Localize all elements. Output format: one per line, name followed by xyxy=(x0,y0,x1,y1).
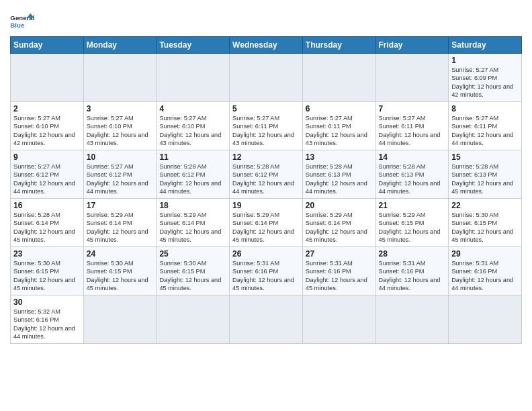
calendar-cell: 24Sunrise: 5:30 AM Sunset: 6:15 PM Dayli… xyxy=(83,247,157,295)
day-info: Sunrise: 5:28 AM Sunset: 6:13 PM Dayligh… xyxy=(306,163,373,196)
calendar-cell xyxy=(83,295,157,344)
day-number: 17 xyxy=(87,201,154,210)
calendar-cell xyxy=(375,295,449,344)
calendar-cell: 12Sunrise: 5:28 AM Sunset: 6:12 PM Dayli… xyxy=(230,150,303,199)
day-info: Sunrise: 5:30 AM Sunset: 6:15 PM Dayligh… xyxy=(87,259,154,293)
day-info: Sunrise: 5:28 AM Sunset: 6:14 PM Dayligh… xyxy=(13,211,81,244)
calendar-cell: 5Sunrise: 5:27 AM Sunset: 6:11 PM Daylig… xyxy=(230,102,303,150)
calendar-cell: 30Sunrise: 5:32 AM Sunset: 6:16 PM Dayli… xyxy=(11,295,84,344)
day-number: 25 xyxy=(159,249,226,259)
weekday-header-sunday: Sunday xyxy=(11,37,84,54)
calendar-cell: 28Sunrise: 5:31 AM Sunset: 6:16 PM Dayli… xyxy=(375,247,449,295)
day-info: Sunrise: 5:31 AM Sunset: 6:16 PM Dayligh… xyxy=(306,259,373,293)
calendar-cell: 29Sunrise: 5:31 AM Sunset: 6:16 PM Dayli… xyxy=(449,247,522,295)
weekday-header-friday: Friday xyxy=(375,37,449,54)
day-number: 20 xyxy=(306,201,373,210)
day-number: 16 xyxy=(13,201,81,210)
calendar-cell xyxy=(230,54,303,102)
day-number: 6 xyxy=(306,104,373,113)
weekday-header-thursday: Thursday xyxy=(302,37,375,54)
day-number: 19 xyxy=(232,201,300,210)
calendar-cell: 15Sunrise: 5:28 AM Sunset: 6:13 PM Dayli… xyxy=(449,150,522,199)
calendar-cell: 18Sunrise: 5:29 AM Sunset: 6:14 PM Dayli… xyxy=(157,199,230,247)
calendar-cell: 27Sunrise: 5:31 AM Sunset: 6:16 PM Dayli… xyxy=(302,247,375,295)
calendar-cell xyxy=(11,54,84,102)
day-number: 12 xyxy=(232,152,300,162)
calendar-cell: 3Sunrise: 5:27 AM Sunset: 6:10 PM Daylig… xyxy=(83,102,157,150)
logo: General Blue xyxy=(10,12,34,32)
day-number: 29 xyxy=(451,249,519,259)
day-info: Sunrise: 5:27 AM Sunset: 6:11 PM Dayligh… xyxy=(306,114,373,148)
calendar-table: SundayMondayTuesdayWednesdayThursdayFrid… xyxy=(10,36,522,344)
day-number: 27 xyxy=(306,249,373,259)
day-info: Sunrise: 5:27 AM Sunset: 6:10 PM Dayligh… xyxy=(13,114,81,148)
generalblue-logo-icon: General Blue xyxy=(10,12,34,32)
day-info: Sunrise: 5:28 AM Sunset: 6:13 PM Dayligh… xyxy=(379,163,446,196)
calendar-header: SundayMondayTuesdayWednesdayThursdayFrid… xyxy=(11,37,522,54)
calendar-cell: 20Sunrise: 5:29 AM Sunset: 6:14 PM Dayli… xyxy=(302,199,375,247)
day-info: Sunrise: 5:29 AM Sunset: 6:14 PM Dayligh… xyxy=(87,211,154,244)
day-number: 22 xyxy=(451,201,519,210)
day-info: Sunrise: 5:31 AM Sunset: 6:16 PM Dayligh… xyxy=(232,259,300,293)
day-info: Sunrise: 5:30 AM Sunset: 6:15 PM Dayligh… xyxy=(13,259,81,293)
day-number: 4 xyxy=(159,104,226,113)
day-number: 1 xyxy=(451,56,519,65)
day-number: 24 xyxy=(87,249,154,259)
calendar-cell: 4Sunrise: 5:27 AM Sunset: 6:10 PM Daylig… xyxy=(157,102,230,150)
weekday-header-monday: Monday xyxy=(83,37,157,54)
day-number: 14 xyxy=(379,152,446,162)
day-info: Sunrise: 5:27 AM Sunset: 6:09 PM Dayligh… xyxy=(451,66,519,99)
calendar-cell: 25Sunrise: 5:30 AM Sunset: 6:15 PM Dayli… xyxy=(157,247,230,295)
calendar-cell: 19Sunrise: 5:29 AM Sunset: 6:14 PM Dayli… xyxy=(230,199,303,247)
day-info: Sunrise: 5:27 AM Sunset: 6:12 PM Dayligh… xyxy=(87,163,154,196)
day-number: 28 xyxy=(379,249,446,259)
calendar-cell: 26Sunrise: 5:31 AM Sunset: 6:16 PM Dayli… xyxy=(230,247,303,295)
day-info: Sunrise: 5:27 AM Sunset: 6:11 PM Dayligh… xyxy=(451,114,519,148)
day-info: Sunrise: 5:32 AM Sunset: 6:16 PM Dayligh… xyxy=(13,308,81,341)
day-info: Sunrise: 5:27 AM Sunset: 6:10 PM Dayligh… xyxy=(87,114,154,148)
day-info: Sunrise: 5:29 AM Sunset: 6:14 PM Dayligh… xyxy=(306,211,373,244)
calendar-cell: 1Sunrise: 5:27 AM Sunset: 6:09 PM Daylig… xyxy=(449,54,522,102)
day-number: 10 xyxy=(87,152,154,162)
day-info: Sunrise: 5:31 AM Sunset: 6:16 PM Dayligh… xyxy=(451,259,519,293)
day-info: Sunrise: 5:30 AM Sunset: 6:15 PM Dayligh… xyxy=(451,211,519,244)
calendar-cell: 11Sunrise: 5:28 AM Sunset: 6:12 PM Dayli… xyxy=(157,150,230,199)
day-info: Sunrise: 5:27 AM Sunset: 6:10 PM Dayligh… xyxy=(159,114,226,148)
day-number: 30 xyxy=(13,298,81,307)
day-info: Sunrise: 5:28 AM Sunset: 6:12 PM Dayligh… xyxy=(159,163,226,196)
calendar-cell: 8Sunrise: 5:27 AM Sunset: 6:11 PM Daylig… xyxy=(449,102,522,150)
day-number: 11 xyxy=(159,152,226,162)
day-info: Sunrise: 5:28 AM Sunset: 6:12 PM Dayligh… xyxy=(232,163,300,196)
weekday-header-saturday: Saturday xyxy=(449,37,522,54)
calendar-cell: 23Sunrise: 5:30 AM Sunset: 6:15 PM Dayli… xyxy=(11,247,84,295)
calendar-cell: 10Sunrise: 5:27 AM Sunset: 6:12 PM Dayli… xyxy=(83,150,157,199)
calendar-cell xyxy=(302,295,375,344)
calendar-cell xyxy=(302,54,375,102)
calendar-cell xyxy=(83,54,157,102)
day-number: 13 xyxy=(306,152,373,162)
day-info: Sunrise: 5:27 AM Sunset: 6:11 PM Dayligh… xyxy=(379,114,446,148)
day-number: 18 xyxy=(159,201,226,210)
calendar-cell: 13Sunrise: 5:28 AM Sunset: 6:13 PM Dayli… xyxy=(302,150,375,199)
calendar-cell xyxy=(157,54,230,102)
calendar-cell: 16Sunrise: 5:28 AM Sunset: 6:14 PM Dayli… xyxy=(11,199,84,247)
calendar-cell: 7Sunrise: 5:27 AM Sunset: 6:11 PM Daylig… xyxy=(375,102,449,150)
day-number: 7 xyxy=(379,104,446,113)
calendar-cell xyxy=(230,295,303,344)
day-number: 15 xyxy=(451,152,519,162)
day-number: 2 xyxy=(13,104,81,113)
calendar-cell: 6Sunrise: 5:27 AM Sunset: 6:11 PM Daylig… xyxy=(302,102,375,150)
day-info: Sunrise: 5:28 AM Sunset: 6:13 PM Dayligh… xyxy=(451,163,519,196)
weekday-header-tuesday: Tuesday xyxy=(157,37,230,54)
weekday-header-wednesday: Wednesday xyxy=(230,37,303,54)
day-info: Sunrise: 5:27 AM Sunset: 6:11 PM Dayligh… xyxy=(232,114,300,148)
calendar-cell: 21Sunrise: 5:29 AM Sunset: 6:15 PM Dayli… xyxy=(375,199,449,247)
day-number: 26 xyxy=(232,249,300,259)
day-number: 5 xyxy=(232,104,300,113)
day-info: Sunrise: 5:29 AM Sunset: 6:15 PM Dayligh… xyxy=(379,211,446,244)
day-number: 3 xyxy=(87,104,154,113)
day-info: Sunrise: 5:29 AM Sunset: 6:14 PM Dayligh… xyxy=(159,211,226,244)
day-number: 23 xyxy=(13,249,81,259)
day-info: Sunrise: 5:27 AM Sunset: 6:12 PM Dayligh… xyxy=(13,163,81,196)
svg-text:Blue: Blue xyxy=(10,21,25,29)
